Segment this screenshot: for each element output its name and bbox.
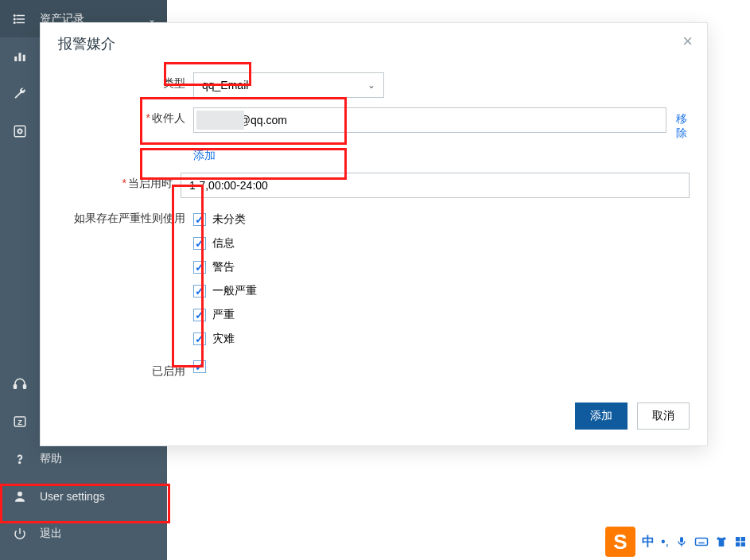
label-severity: 如果存在严重性则使用	[58, 208, 193, 226]
svg-point-3	[14, 18, 16, 20]
ime-lang[interactable]: 中	[642, 534, 655, 550]
type-select[interactable]: qq_Email ⌄	[193, 72, 384, 98]
svg-rect-17	[680, 537, 683, 542]
chevron-down-icon: ⌄	[367, 80, 375, 91]
wrench-icon	[11, 85, 29, 103]
close-icon[interactable]: ×	[676, 28, 699, 55]
ime-punct-icon[interactable]: •,	[661, 535, 669, 549]
checkbox-sev-5[interactable]	[193, 332, 206, 345]
shirt-icon[interactable]	[715, 535, 728, 548]
cancel-button[interactable]: 取消	[637, 402, 690, 430]
svg-rect-11	[14, 384, 17, 388]
ime-tray: S 中 •,	[605, 527, 747, 557]
svg-rect-9	[14, 126, 25, 137]
checkbox-sev-3[interactable]	[193, 285, 206, 298]
svg-text:Z: Z	[17, 418, 22, 426]
sev-0-label: 未分类	[212, 212, 246, 227]
svg-rect-6	[14, 56, 17, 61]
sev-5-label: 灾难	[212, 332, 235, 346]
grid-icon[interactable]	[734, 535, 747, 548]
sev-1-label: 信息	[212, 236, 235, 251]
checkbox-sev-0[interactable]	[193, 213, 206, 226]
remove-recipient-link[interactable]: 移除	[676, 107, 690, 141]
svg-point-1	[14, 14, 16, 16]
svg-rect-8	[23, 54, 25, 60]
help-icon	[11, 450, 29, 468]
modal-title: 报警媒介	[58, 34, 690, 53]
label-recipient: *收件人	[58, 107, 193, 126]
recipient-input[interactable]	[193, 107, 666, 133]
sidebar-user-settings-label: User settings	[40, 490, 105, 503]
checkbox-enabled[interactable]	[193, 360, 206, 373]
when-active-input[interactable]	[181, 173, 690, 198]
svg-point-5	[14, 21, 16, 23]
label-when-active: *当启用时	[58, 173, 181, 191]
add-recipient-link[interactable]: 添加	[193, 149, 216, 163]
checkbox-sev-1[interactable]	[193, 237, 206, 250]
sogou-icon[interactable]: S	[605, 527, 635, 557]
label-enabled: 已启用	[58, 360, 193, 379]
svg-rect-12	[24, 384, 26, 388]
modal-alarm-media: × 报警媒介 类型 qq_Email ⌄ *收件人 移除 添加	[40, 22, 708, 446]
sev-4-label: 严重	[212, 308, 235, 322]
sev-3-label: 一般严重	[212, 284, 257, 298]
checkbox-sev-2[interactable]	[193, 261, 206, 274]
censored-block	[196, 111, 244, 130]
svg-rect-26	[741, 537, 745, 541]
sidebar-logout[interactable]: 退出	[0, 515, 167, 552]
sidebar-help-label: 帮助	[40, 452, 62, 466]
add-button[interactable]: 添加	[575, 402, 628, 430]
sev-2-label: 警告	[212, 260, 235, 274]
headset-icon	[11, 375, 29, 393]
gear-icon	[11, 122, 29, 140]
svg-rect-27	[736, 542, 740, 546]
svg-rect-19	[696, 539, 708, 546]
mic-icon[interactable]	[675, 535, 688, 548]
sidebar-logout-label: 退出	[40, 527, 62, 541]
sidebar-user-settings[interactable]: User settings	[0, 477, 167, 515]
power-icon	[11, 525, 29, 542]
type-select-value: qq_Email	[202, 79, 248, 91]
svg-rect-28	[741, 542, 745, 546]
z-icon: Z	[11, 413, 29, 430]
keyboard-icon[interactable]	[694, 535, 709, 548]
svg-rect-7	[19, 52, 21, 61]
user-icon	[11, 488, 29, 505]
svg-point-16	[17, 492, 22, 496]
chart-icon	[11, 48, 29, 65]
svg-point-15	[19, 461, 21, 463]
svg-rect-25	[736, 537, 740, 541]
list-icon	[11, 10, 29, 28]
checkbox-sev-4[interactable]	[193, 309, 206, 321]
label-type: 类型	[58, 72, 193, 91]
